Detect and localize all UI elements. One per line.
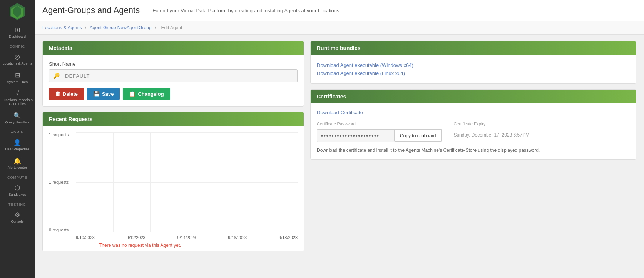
cert-password-input[interactable] — [317, 130, 394, 142]
functions-icon: √ — [16, 90, 19, 97]
key-icon: 🔑 — [49, 70, 64, 82]
console-icon: ⚙ — [15, 211, 20, 218]
x-label-1: 9/10/2023 — [76, 235, 95, 240]
cert-row: Certificate Password Copy to clipboard C… — [317, 122, 630, 142]
certificates-header: Certificates — [311, 90, 636, 103]
cert-expiry-label: Certificate Expiry — [453, 122, 529, 126]
short-name-input[interactable] — [64, 70, 297, 82]
location-icon: ◎ — [15, 53, 20, 60]
header-subtitle: Extend your Virtual Data Platform by cre… — [152, 8, 341, 13]
save-icon: 💾 — [93, 91, 100, 97]
sidebar-item-user-properties[interactable]: 👤 User-Properties — [0, 136, 35, 154]
dashboard-icon: ⊞ — [15, 26, 20, 33]
breadcrumb-current: Edit Agent — [161, 25, 182, 30]
download-linux-link[interactable]: Download Agent executable (Linux x64) — [317, 69, 630, 77]
bell-icon: 🔔 — [13, 157, 21, 165]
sidebar-item-functions[interactable]: √ Functions, Models & Code-Files — [0, 87, 35, 109]
breadcrumb-separator: / — [85, 25, 88, 30]
cert-note: Download the certificate and install it … — [317, 148, 630, 153]
delete-label: Delete — [63, 91, 78, 97]
x-label-5: 9/18/2023 — [279, 235, 298, 240]
cert-expiry-group: Certificate Expiry Sunday, December 17, … — [453, 122, 529, 141]
runtime-bundles-card: Runtime bundles Download Agent executabl… — [310, 41, 636, 84]
breadcrumb: Locations & Agents / Agent-Group NewAgen… — [35, 21, 644, 35]
breadcrumb-separator: / — [155, 25, 157, 30]
certificates-body: Download Certificate Certificate Passwor… — [311, 103, 636, 159]
sidebar-item-label: User-Properties — [5, 147, 29, 151]
y-label-bottom: 0 requests — [49, 228, 69, 232]
user-icon: 👤 — [13, 139, 21, 146]
sidebar-item-alerts[interactable]: 🔔 Alerts center — [0, 154, 35, 173]
sidebar-item-query-handlers[interactable]: 🔍 Query Handlers — [0, 109, 35, 127]
no-data-text: There was no request via this Agent yet. — [99, 240, 181, 250]
metadata-body: Short Name 🔑 🗑 Delete 💾 Save — [43, 55, 304, 106]
right-panel: Runtime bundles Download Agent executabl… — [310, 41, 636, 272]
breadcrumb-link-agent-group[interactable]: Agent-Group NewAgentGroup — [90, 25, 152, 30]
cert-password-row: Copy to clipboard — [317, 129, 442, 142]
download-windows-link[interactable]: Download Agent executable (Windows x64) — [317, 61, 630, 69]
page-title: Agent-Groups and Agents — [42, 5, 140, 15]
logo — [0, 0, 35, 23]
recent-requests-header: Recent Requests — [43, 112, 304, 126]
delete-button[interactable]: 🗑 Delete — [49, 88, 84, 100]
sidebar-item-label: Dashboard — [9, 35, 26, 38]
sidebar-item-console[interactable]: ⚙ Console — [0, 208, 35, 226]
certificates-card: Certificates Download Certificate Certif… — [310, 89, 636, 160]
sidebar-item-sandboxes[interactable]: ⬡ Sandboxes — [0, 181, 35, 200]
changelog-button[interactable]: 📋 Changelog — [123, 88, 170, 100]
sidebar-item-label: Sandboxes — [8, 193, 26, 196]
copy-to-clipboard-button[interactable]: Copy to clipboard — [394, 130, 442, 142]
sidebar-section-compute: COMPUTE — [0, 176, 35, 180]
x-label-3: 9/14/2023 — [177, 235, 196, 240]
sidebar-item-label: Functions, Models & Code-Files — [2, 98, 33, 106]
sidebar-item-label: Query Handlers — [5, 120, 29, 124]
save-button[interactable]: 💾 Save — [87, 88, 120, 100]
metadata-card: Metadata Short Name 🔑 🗑 Delete 💾 — [42, 41, 304, 107]
runtime-bundles-body: Download Agent executable (Windows x64) … — [311, 55, 636, 83]
x-label-2: 9/12/2023 — [127, 235, 146, 240]
sidebar-item-label: Console — [11, 220, 23, 223]
short-name-input-row: 🔑 — [49, 69, 298, 82]
trash-icon: 🗑 — [55, 91, 60, 97]
sidebar-item-label: System Lines — [7, 80, 28, 84]
recent-requests-card: Recent Requests 1 requests 1 requests 0 … — [42, 112, 304, 251]
download-certificate-link[interactable]: Download Certificate — [317, 110, 363, 115]
sidebar-section-admin: ADMIN — [0, 130, 35, 134]
metadata-header: Metadata — [43, 41, 304, 55]
sidebar-item-dashboard[interactable]: ⊞ Dashboard — [0, 23, 35, 42]
sidebar-item-label: Alerts center — [8, 166, 27, 170]
sidebar-section-config: CONFIG — [0, 45, 35, 48]
x-label-4: 9/16/2023 — [228, 235, 247, 240]
y-label-top: 1 requests — [49, 132, 69, 137]
system-lines-icon: ⊟ — [15, 72, 20, 79]
sidebar-item-system-lines[interactable]: ⊟ System Lines — [0, 68, 35, 87]
cert-password-label: Certificate Password — [317, 122, 442, 126]
sidebar: ⊞ Dashboard CONFIG ◎ Locations & Agents … — [0, 0, 35, 278]
sidebar-item-label: Locations & Agents — [2, 62, 32, 65]
header: Agent-Groups and Agents Extend your Virt… — [35, 0, 644, 21]
changelog-icon: 📋 — [129, 91, 135, 97]
main-content: Agent-Groups and Agents Extend your Virt… — [35, 0, 644, 278]
action-buttons: 🗑 Delete 💾 Save 📋 Changelog — [49, 88, 298, 100]
save-label: Save — [102, 91, 114, 97]
left-panel: Metadata Short Name 🔑 🗑 Delete 💾 — [42, 41, 304, 272]
chart-container: 1 requests 1 requests 0 requests — [43, 126, 304, 251]
changelog-label: Changelog — [138, 91, 164, 97]
y-label-mid: 1 requests — [49, 180, 69, 185]
sidebar-section-testing: TESTING — [0, 203, 35, 206]
sidebar-item-locations[interactable]: ◎ Locations & Agents — [0, 50, 35, 68]
cert-expiry-value: Sunday, December 17, 2023 6:57PM — [453, 129, 529, 141]
header-divider — [146, 5, 146, 16]
cert-password-group: Certificate Password Copy to clipboard — [317, 122, 442, 142]
runtime-bundles-header: Runtime bundles — [311, 41, 636, 55]
sandbox-icon: ⬡ — [15, 184, 20, 191]
content-area: Metadata Short Name 🔑 🗑 Delete 💾 — [35, 35, 644, 278]
query-icon: 🔍 — [13, 112, 21, 119]
short-name-label: Short Name — [49, 61, 298, 67]
breadcrumb-link-locations[interactable]: Locations & Agents — [42, 25, 82, 30]
